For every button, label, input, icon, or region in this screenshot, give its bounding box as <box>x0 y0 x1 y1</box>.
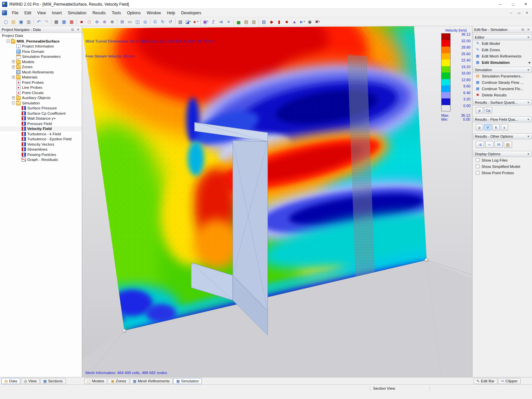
pin-icon[interactable]: ⊡ <box>520 27 525 32</box>
editbar-item-simulation-parameters[interactable]: ▤ Simulation Parameters... <box>473 73 531 79</box>
stop-icon[interactable]: ■ <box>283 18 291 25</box>
tab-view[interactable]: ◎View <box>21 378 40 384</box>
clipboard-icon[interactable]: ▥ <box>250 18 258 25</box>
tree-root-project-data[interactable]: Project Data <box>0 33 82 38</box>
close-icon[interactable]: ✕ <box>75 27 81 32</box>
menu-edit[interactable]: Edit <box>21 9 34 17</box>
tree-item-models[interactable]: + Models <box>0 59 82 65</box>
editbar-item-edit-model[interactable]: ✎ Edit Model <box>473 40 531 47</box>
menu-tools[interactable]: Tools <box>109 9 124 17</box>
chart-icon[interactable]: ▅ <box>235 18 242 25</box>
tree-item-flowing-particles[interactable]: Flowing Particles <box>0 152 82 157</box>
particles-icon[interactable]: ▲ <box>291 18 298 25</box>
surface-pressure-button[interactable]: p <box>476 107 483 113</box>
mdi-restore-icon[interactable]: ▭ <box>515 10 523 16</box>
separator[interactable] <box>117 19 117 25</box>
display-option-show-simplified-model[interactable]: Show Simplified Model <box>473 163 531 170</box>
editbar-item-continue-steady-flow[interactable]: ▦ Continue Steady Flow ... <box>473 79 531 85</box>
wind-direction-x-icon[interactable]: ⊕ <box>93 18 101 25</box>
tree-item-simulation[interactable]: - Simulation <box>0 100 82 106</box>
display-option-show-log-files[interactable]: Show Log Files <box>473 157 531 163</box>
insert-flag-icon[interactable]: ►▾ <box>192 18 200 25</box>
envelope-icon[interactable]: ✉ <box>494 141 503 148</box>
wind-direction-y-icon[interactable]: ⊕ <box>101 18 108 25</box>
tab-sections[interactable]: ▦Sections <box>40 378 66 384</box>
tree-item-surface-cp-coefficient[interactable]: Surface Cp Coefficient <box>0 111 82 116</box>
print-icon[interactable]: ▥ <box>25 18 33 25</box>
save-icon[interactable]: ▣ <box>17 18 25 25</box>
tree-item-turbulence-k-field[interactable]: Turbulence - k Field <box>0 131 82 137</box>
close-icon[interactable]: ✕ <box>526 27 531 32</box>
editbar-item-edit-zones[interactable]: ✎ Edit Zones <box>473 47 531 53</box>
results-surface-header[interactable]: Results - Surface Quanti...▼ <box>473 99 531 105</box>
generate-mesh-icon[interactable]: ▦ <box>60 18 68 25</box>
wind-direction-z-icon[interactable]: ⊕ <box>108 18 116 25</box>
tree-item-wall-distance-y[interactable]: Wall Distance y+ <box>0 116 82 121</box>
tree-item-auxiliary-objects[interactable]: + Auxiliary Objects <box>0 95 82 101</box>
result-table-icon[interactable]: ⊞ <box>118 18 126 25</box>
editbar-item-edit-mesh-refinements[interactable]: ▦ Edit Mesh Refinements <box>473 53 531 59</box>
flow-k-button[interactable]: k <box>492 124 500 130</box>
menu-insert[interactable]: Insert <box>49 9 65 17</box>
monitor-icon[interactable]: ▭ <box>126 18 134 25</box>
pin-icon[interactable]: ⊡ <box>70 27 75 32</box>
flow-velocity-button[interactable]: V <box>484 124 491 130</box>
display-options-header[interactable]: Display Options▼ <box>473 151 531 157</box>
flow-epsilon-button[interactable]: ε <box>501 124 508 130</box>
menu-simulation[interactable]: Simulation <box>65 9 89 17</box>
export-model-icon[interactable]: ▣▾ <box>202 18 209 25</box>
render-viewport[interactable]: Wind Tunnel Dimensions: Dx = 186.641 m, … <box>82 26 472 377</box>
tree-item-zones[interactable]: + Zones <box>0 65 82 70</box>
tree-item-point-probes[interactable]: Point Probes <box>0 80 82 85</box>
separator[interactable] <box>233 19 234 25</box>
settings-icon[interactable]: ◉ <box>306 18 314 25</box>
zoom-window-icon[interactable]: ◫ <box>134 18 141 25</box>
tree-item-mesh-refinements[interactable]: Mesh Refinements <box>0 69 82 75</box>
tree-item-streamlines[interactable]: Streamlines <box>0 147 82 152</box>
menu-help[interactable]: Help <box>164 9 178 17</box>
flag-blue-icon[interactable]: ►▾ <box>298 18 306 25</box>
tree-item-materials[interactable]: + Materials <box>0 75 82 80</box>
checkbox[interactable] <box>476 165 479 168</box>
checkbox[interactable] <box>476 171 479 175</box>
menu-developers[interactable]: Developers <box>178 9 204 17</box>
menu-results[interactable]: Results <box>89 9 109 17</box>
eraser-icon[interactable]: ◆ <box>268 18 275 25</box>
tab-zones[interactable]: ▣Zones <box>108 378 129 384</box>
separator[interactable] <box>150 19 150 25</box>
tab-edit-bar[interactable]: ✎Edit Bar <box>473 378 497 384</box>
tab-simulation[interactable]: ▦Simulation <box>173 378 202 384</box>
flow-pressure-button[interactable]: p <box>476 124 483 130</box>
undo-icon[interactable]: ↶ <box>35 18 43 25</box>
tree-item-graph-residuals[interactable]: Graph - Residuals <box>0 157 82 163</box>
rotate-view-icon[interactable]: ↻ <box>159 18 167 25</box>
tools-icon[interactable]: ✖▾ <box>314 18 321 25</box>
menu-options[interactable]: Options <box>124 9 144 17</box>
close-icon[interactable]: ✕ <box>519 0 532 9</box>
editbar-item-continue-transient-flo[interactable]: ▦ Continue Transient Flo... <box>473 85 531 92</box>
section-plane-icon[interactable]: ◪▾ <box>184 18 192 25</box>
flow-arrows-icon[interactable]: ⇉ <box>217 18 225 25</box>
export-box-icon[interactable]: ▨ <box>260 18 268 25</box>
tree-toggle-icon[interactable]: + <box>12 96 15 99</box>
surface-cp-button[interactable]: Cp <box>484 107 492 113</box>
layers-icon[interactable]: ≡ <box>225 18 232 25</box>
separator[interactable] <box>51 19 52 25</box>
simulation-section-header[interactable]: Simulation▼ <box>473 67 531 73</box>
tree-toggle-icon[interactable]: - <box>7 40 10 43</box>
tree-item-turbulence-epsilon-field[interactable]: Turbulence - Epsilon Field <box>0 137 82 142</box>
editbar-item-delete-results[interactable]: ✖ Delete Results <box>473 92 531 98</box>
render-solid-icon[interactable]: ■ <box>78 18 85 25</box>
mdi-close-icon[interactable]: ✕ <box>523 10 531 16</box>
zoom-extents-icon[interactable]: ◎ <box>141 18 149 25</box>
separator[interactable] <box>34 19 34 25</box>
tab-mesh-refinements[interactable]: ▦Mesh Refinements <box>130 378 173 384</box>
menu-view[interactable]: View <box>34 9 49 17</box>
tree-item-flow-domain[interactable]: Flow Domain <box>0 49 82 54</box>
section-handle-right[interactable] <box>425 258 429 262</box>
display-option-show-point-probes[interactable]: Show Point Probes <box>473 170 531 176</box>
menu-window[interactable]: Window <box>144 9 164 17</box>
streamlines-icon[interactable]: ≈ <box>485 141 493 148</box>
tree-item-simulation-parameters[interactable]: Simulation Parameters <box>0 54 82 60</box>
menu-file[interactable]: File <box>9 9 21 17</box>
